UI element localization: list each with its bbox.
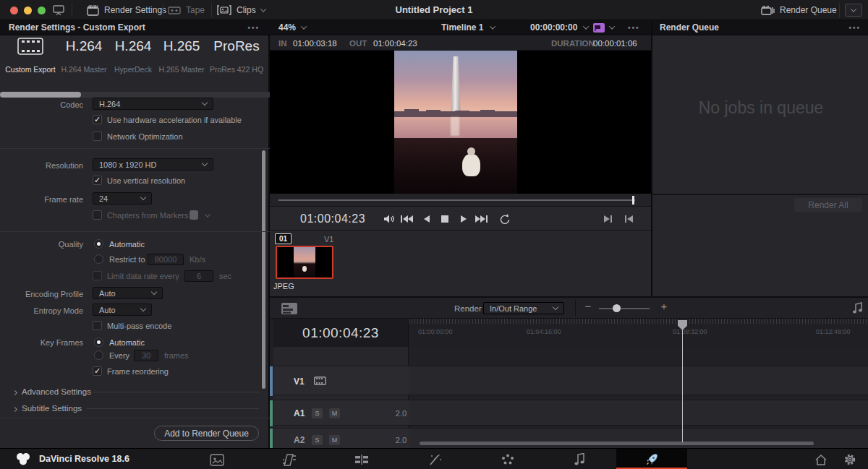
zoom-out-button[interactable]: − [582,300,594,312]
timeline-selector-dropdown[interactable]: Timeline 1 [441,22,495,33]
render-queue-toggle-button[interactable]: Render Queue [761,0,837,20]
subtitle-settings-expander[interactable]: Subtitle Settings [13,404,82,413]
frame-reordering-checkbox[interactable] [93,366,102,376]
track-header-a2[interactable]: A2 S M 2.0 [273,428,409,448]
media-page-button[interactable] [209,452,225,468]
bitrate-input[interactable] [148,254,184,265]
loop-button[interactable] [498,212,511,225]
limit-data-rate-checkbox[interactable] [93,271,102,280]
keyframes-every-radio[interactable] [94,350,103,360]
render-settings-toggle-button[interactable]: Render Settings [87,0,166,20]
video-viewport[interactable] [270,51,651,194]
tape-button[interactable]: Tape [168,0,205,20]
hw-accel-checkbox[interactable] [93,115,102,124]
codec-dropdown[interactable]: H.264 [93,98,213,110]
mute-button[interactable]: M [329,408,340,418]
track-lane-v1[interactable] [409,366,868,395]
keyframes-automatic-radio[interactable] [94,337,103,347]
zoom-window-button[interactable] [38,7,46,14]
out-label: OUT [349,39,367,48]
preset-h265-master[interactable]: H.265 H.265 Master [158,30,205,88]
fusion-page-button[interactable] [427,452,443,468]
clip-thumbnail[interactable] [276,246,333,279]
timeline-zoom-slider-handle[interactable] [613,304,621,312]
render-mode-dropdown[interactable]: In/Out Range [483,302,564,314]
preset-prores-422hq[interactable]: ProRes ProRes 422 HQ [207,30,266,88]
play-button[interactable] [457,212,470,225]
marker-color-icon[interactable] [190,210,198,220]
preset-label: H.265 Master [158,65,205,74]
scrub-bar[interactable] [270,194,651,206]
presets-scrollbar-thumb[interactable] [0,92,81,98]
panel-collapse-button[interactable] [845,4,862,17]
limit-data-rate-input[interactable] [184,270,213,282]
stop-button[interactable] [438,212,451,225]
chevron-down-icon[interactable] [205,211,210,217]
preset-h264-master[interactable]: H.264 H.264 Master [61,30,107,88]
dual-screen-icon[interactable] [52,4,65,16]
timeline-view-icon[interactable] [281,302,298,315]
timeline-zoom-slider-track[interactable] [599,308,650,309]
viewer-zoom-dropdown[interactable]: 44% [278,22,306,33]
clips-button[interactable]: Clips [217,0,265,20]
network-opt-checkbox[interactable] [93,132,102,141]
viewer-timecode-value: 00:00:00:00 [530,22,577,33]
timeline-ruler[interactable]: 01:00:04:23 01:00:00:00 01:04:16:00 01:0… [270,319,868,347]
color-page-button[interactable] [500,452,516,468]
deliver-page-button[interactable] [644,452,660,468]
render-queue-options-icon[interactable] [848,22,861,33]
viewer-timecode-dropdown[interactable]: 00:00:00:00 [530,22,588,33]
step-back-button[interactable] [420,212,433,225]
preset-label: H.264 Master [61,65,107,74]
timeline-horizontal-scrollbar[interactable] [420,442,814,445]
timeline-toolbar: Render In/Out Range − + [270,296,868,319]
mute-speaker-button[interactable] [383,212,396,225]
minimize-window-button[interactable] [24,7,32,14]
home-button[interactable] [813,452,829,468]
solo-button[interactable]: S [312,408,323,418]
encoding-profile-dropdown[interactable]: Auto [93,287,163,299]
vertical-res-checkbox[interactable] [93,176,102,185]
chevron-down-icon[interactable] [609,23,615,29]
advanced-settings-expander[interactable]: Advanced Settings [13,387,91,396]
encoding-profile-value: Auto [99,289,116,298]
scrub-playhead-handle[interactable] [632,196,634,205]
viewer-options-icon[interactable] [628,22,640,33]
preset-custom-export[interactable]: Custom Export [1,30,59,88]
quality-automatic-radio[interactable] [94,239,103,249]
viewer-panel: 44% Timeline 1 00:00:00:00 IN 01:00:03:1… [270,20,651,296]
render-all-button[interactable]: Render All [794,198,862,212]
scrub-track[interactable] [278,199,635,201]
project-title: Untitled Project 1 [289,0,579,20]
track-header-a1[interactable]: A1 S M 2.0 [273,400,409,426]
track-header-v1[interactable]: V1 [273,366,409,395]
play-from-in-button[interactable] [622,212,635,225]
zoom-in-button[interactable]: + [658,300,670,312]
chapters-checkbox[interactable] [93,210,102,220]
flag-marker-icon[interactable] [593,23,605,33]
resolution-dropdown[interactable]: 1080 x 1920 HD [93,158,213,171]
preset-hyperdeck[interactable]: H.264 HyperDeck [109,30,158,88]
cut-page-button[interactable] [281,452,297,468]
go-to-end-button[interactable] [475,212,488,225]
multipass-checkbox[interactable] [93,321,102,330]
mute-button[interactable]: M [329,435,340,445]
go-to-start-button[interactable] [400,212,413,225]
resolution-value: 1080 x 1920 HD [99,160,157,169]
track-lane-a1[interactable] [409,400,868,426]
frame-rate-dropdown[interactable]: 24 [93,192,152,205]
settings-gear-icon[interactable] [842,452,858,468]
multipass-label: Multi-pass encode [107,322,171,330]
edit-page-button[interactable] [354,452,370,468]
entropy-mode-dropdown[interactable]: Auto [93,304,152,316]
keyframes-interval-input[interactable] [134,350,158,361]
settings-scrollbar[interactable] [262,150,265,389]
close-window-button[interactable] [10,7,18,14]
add-to-render-queue-button[interactable]: Add to Render Queue [154,426,259,441]
play-to-out-button[interactable] [601,212,614,225]
ruler-mark: 01:12:48:00 [816,328,851,335]
audio-mixer-icon[interactable] [852,302,864,314]
fairlight-page-button[interactable] [572,452,588,468]
solo-button[interactable]: S [312,435,323,445]
restrict-to-radio[interactable] [94,254,103,264]
